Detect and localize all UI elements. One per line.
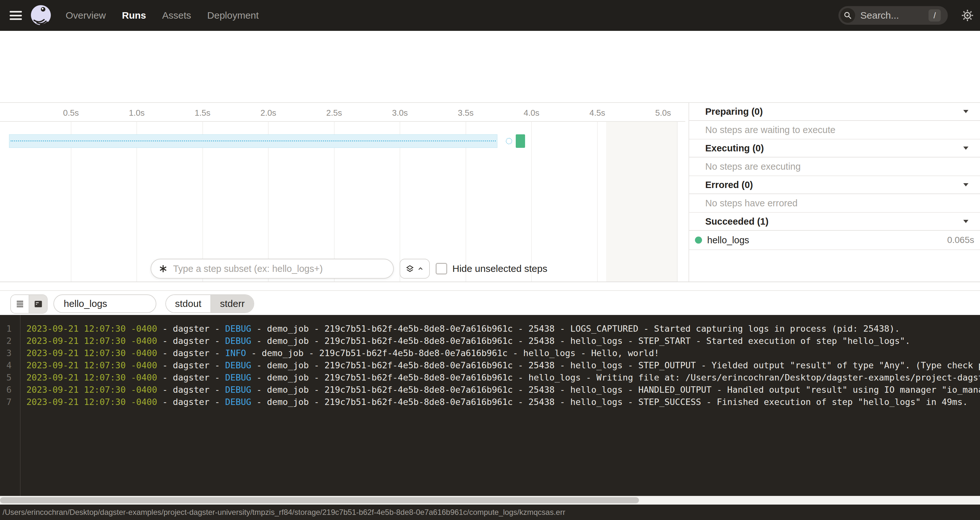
- step-subset-row: Hide unselected steps: [151, 259, 536, 279]
- section-header-preparing[interactable]: Preparing (0): [689, 103, 980, 121]
- run-header: 219c7b51 Success Run of demo_job @ 4f105…: [0, 31, 980, 71]
- log-line: 32023-09-21 12:07:30 -0400 - dagster - I…: [0, 347, 980, 359]
- log-message: - demo_job - 219c7b51-b62f-4e5b-8de8-0e7…: [251, 323, 900, 334]
- axis-tick: 1.5s: [195, 108, 210, 118]
- hide-unselected-checkbox[interactable]: [436, 263, 447, 274]
- log-level: DEBUG: [225, 360, 251, 370]
- waiting-dotted-line: [11, 140, 495, 141]
- section-title: Errored (0): [705, 180, 753, 190]
- axis-tick: 2.0s: [260, 108, 276, 118]
- log-source: - dagster -: [157, 336, 225, 346]
- hamburger-menu-icon[interactable]: [10, 11, 22, 20]
- section-empty-text: No steps have errored: [689, 194, 980, 213]
- step-subset-input[interactable]: [172, 263, 380, 274]
- step-subset-inputbox[interactable]: [151, 259, 394, 279]
- log-level: DEBUG: [225, 373, 251, 382]
- step-bar-hello-logs[interactable]: [516, 134, 525, 148]
- log-source: - dagster -: [157, 360, 225, 370]
- log-lines: 12023-09-21 12:07:30 -0400 - dagster - D…: [0, 323, 980, 408]
- nav-item-assets[interactable]: Assets: [162, 10, 191, 21]
- line-number: 6: [0, 384, 11, 396]
- gear-icon[interactable]: [961, 9, 974, 22]
- line-number: 2: [0, 335, 11, 347]
- search-box[interactable]: /: [838, 6, 948, 25]
- section-title: Executing (0): [705, 143, 764, 154]
- raw-logs-button[interactable]: [29, 295, 47, 313]
- log-line: 42023-09-21 12:07:30 -0400 - dagster - D…: [0, 359, 980, 371]
- log-line: 12023-09-21 12:07:30 -0400 - dagster - D…: [0, 323, 980, 335]
- structured-logs-button[interactable]: [11, 295, 29, 313]
- log-timestamp: 2023-09-21 12:07:30 -0400: [26, 385, 157, 395]
- log-line: 72023-09-21 12:07:30 -0400 - dagster - D…: [0, 396, 980, 408]
- section-empty-text: No steps are waiting to execute: [689, 121, 980, 140]
- log-level: DEBUG: [225, 397, 251, 407]
- section-header-executing[interactable]: Executing (0): [689, 140, 980, 157]
- log-toolbar: stdoutstderr: [0, 290, 980, 315]
- after-run-end-shade: [606, 122, 678, 282]
- line-number: 4: [0, 359, 11, 371]
- section-title: Preparing (0): [705, 106, 763, 117]
- search-icon: [840, 8, 855, 23]
- axis-tick: 0.5s: [63, 108, 79, 118]
- nav-item-overview[interactable]: Overview: [66, 10, 106, 21]
- log-timestamp: 2023-09-21 12:07:30 -0400: [26, 323, 157, 334]
- axis-tick: 1.0s: [129, 108, 145, 118]
- log-view-mode-group: [10, 294, 48, 314]
- log-timestamp: 2023-09-21 12:07:30 -0400: [26, 348, 157, 358]
- log-level: DEBUG: [225, 385, 251, 395]
- log-tab-stdout[interactable]: stdout: [166, 295, 210, 312]
- graph-query-options-button[interactable]: [399, 259, 430, 279]
- log-tab-stderr[interactable]: stderr: [210, 295, 254, 312]
- nav-item-deployment[interactable]: Deployment: [207, 10, 259, 21]
- axis-tick: 3.0s: [392, 108, 408, 118]
- caret-down-icon: [963, 147, 969, 150]
- line-number: 7: [0, 396, 11, 408]
- log-message: - demo_job - 219c7b51-b62f-4e5b-8de8-0e7…: [246, 348, 659, 358]
- hide-unselected-label: Hide unselected steps: [452, 263, 547, 274]
- axis-tick: 5.0s: [655, 108, 671, 118]
- line-number: 1: [0, 323, 11, 335]
- nav-item-runs[interactable]: Runs: [122, 10, 146, 21]
- section-header-succeeded[interactable]: Succeeded (1): [689, 213, 980, 231]
- dagster-run-page: OverviewRunsAssetsDeployment / 219c7b51: [0, 0, 980, 520]
- horizontal-scrollbar-thumb[interactable]: [0, 497, 639, 503]
- layers-icon: [406, 264, 414, 273]
- nav-links: OverviewRunsAssetsDeployment: [66, 0, 259, 31]
- horizontal-scrollbar[interactable]: [0, 496, 980, 504]
- section-header-errored[interactable]: Errored (0): [689, 176, 980, 194]
- gantt-chart-panel: 0.5s1.0s1.5s2.0s2.5s3.0s3.5s4.0s4.5s5.0s: [0, 103, 689, 282]
- log-step-filter-input[interactable]: [63, 298, 148, 309]
- log-level: DEBUG: [225, 336, 251, 346]
- dagster-logo-icon[interactable]: [30, 5, 51, 26]
- log-timestamp: 2023-09-21 12:07:30 -0400: [26, 360, 157, 370]
- top-nav: OverviewRunsAssetsDeployment /: [0, 0, 980, 31]
- log-line: 62023-09-21 12:07:30 -0400 - dagster - D…: [0, 384, 980, 396]
- caret-down-icon: [963, 220, 969, 223]
- step-row-hello_logs[interactable]: hello_logs0.065s: [689, 231, 980, 250]
- log-step-filter[interactable]: [53, 294, 156, 313]
- log-message: - demo_job - 219c7b51-b62f-4e5b-8de8-0e7…: [251, 336, 910, 346]
- panel-splitter[interactable]: [0, 282, 980, 282]
- op-selector-icon: [158, 264, 168, 274]
- log-line: 22023-09-21 12:07:30 -0400 - dagster - D…: [0, 335, 980, 347]
- log-stream-tabs: stdoutstderr: [165, 294, 254, 313]
- section-title: Succeeded (1): [705, 216, 768, 227]
- log-message: - demo_job - 219c7b51-b62f-4e5b-8de8-0e7…: [251, 360, 980, 370]
- gantt-time-axis: 0.5s1.0s1.5s2.0s2.5s3.0s3.5s4.0s4.5s5.0s: [0, 103, 685, 121]
- log-timestamp: 2023-09-21 12:07:30 -0400: [26, 336, 157, 346]
- log-line: 52023-09-21 12:07:30 -0400 - dagster - D…: [0, 371, 980, 384]
- step-status-dot: [695, 236, 702, 244]
- section-empty-text: No steps are executing: [689, 157, 980, 176]
- log-timestamp: 2023-09-21 12:07:30 -0400: [26, 373, 157, 382]
- search-input[interactable]: [860, 10, 919, 21]
- raw-log-viewer[interactable]: 12023-09-21 12:07:30 -0400 - dagster - D…: [0, 315, 980, 496]
- gridline: [531, 122, 532, 282]
- log-message: - demo_job - 219c7b51-b62f-4e5b-8de8-0e7…: [251, 373, 980, 382]
- caret-down-icon: [963, 183, 969, 186]
- log-message: - demo_job - 219c7b51-b62f-4e5b-8de8-0e7…: [251, 397, 968, 407]
- axis-tick: 3.5s: [458, 108, 474, 118]
- line-number: 5: [0, 371, 11, 384]
- log-source: - dagster -: [157, 348, 225, 358]
- search-shortcut-badge: /: [929, 10, 941, 22]
- gantt-toolbar: Hide not started steps Re-ex: [0, 71, 980, 103]
